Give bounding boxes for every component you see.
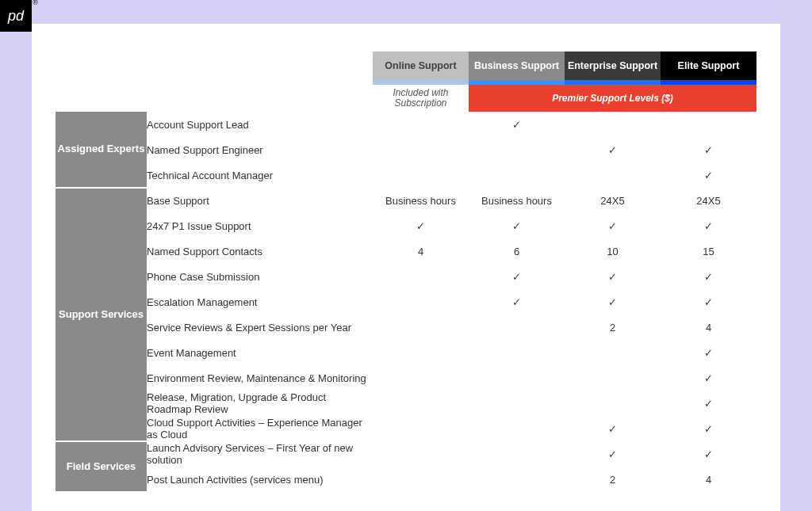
- feature-cell: Service Reviews & Expert Sessions per Ye…: [147, 315, 373, 340]
- value-cell: ✓: [661, 213, 756, 238]
- value-cell: [373, 162, 469, 188]
- value-cell: ✓: [469, 213, 565, 238]
- value-cell: 2: [565, 315, 661, 340]
- feature-cell: Release, Migration, Upgrade & Product Ro…: [147, 391, 373, 416]
- value-cell: [469, 315, 565, 340]
- value-cell: [373, 365, 469, 391]
- value-cell: ✓: [565, 213, 661, 238]
- tier-header-2: Enterprise Support: [565, 51, 661, 80]
- subheader-premier: Premier Support Levels ($): [469, 85, 756, 112]
- value-cell: Business hours: [373, 188, 469, 213]
- value-cell: [565, 162, 661, 188]
- value-cell: Business hours: [469, 188, 565, 213]
- value-cell: [373, 441, 469, 467]
- value-cell: [469, 441, 565, 467]
- value-cell: [469, 467, 565, 492]
- feature-cell: Account Support Lead: [147, 112, 373, 137]
- value-cell: ✓: [661, 365, 756, 391]
- feature-cell: Named Support Engineer: [147, 137, 373, 162]
- value-cell: [373, 315, 469, 340]
- value-cell: ✓: [565, 289, 661, 315]
- value-cell: [565, 340, 661, 365]
- brand-logo: pd: [0, 0, 32, 32]
- value-cell: ✓: [661, 264, 756, 289]
- value-cell: ✓: [661, 137, 756, 162]
- value-cell: [373, 112, 469, 137]
- feature-cell: Post Launch Activities (services menu): [147, 467, 373, 492]
- value-cell: [469, 416, 565, 441]
- value-cell: [469, 162, 565, 188]
- comparison-sheet: Online SupportBusiness SupportEnterprise…: [32, 24, 780, 511]
- value-cell: [469, 365, 565, 391]
- value-cell: [373, 467, 469, 492]
- value-cell: [373, 416, 469, 441]
- value-cell: ✓: [661, 441, 756, 467]
- value-cell: 4: [661, 467, 756, 492]
- feature-cell: 24x7 P1 Issue Support: [147, 213, 373, 238]
- value-cell: [373, 264, 469, 289]
- value-cell: ✓: [565, 441, 661, 467]
- feature-cell: Named Support Contacts: [147, 238, 373, 264]
- value-cell: [565, 391, 661, 416]
- value-cell: 24X5: [661, 188, 756, 213]
- value-cell: [373, 289, 469, 315]
- value-cell: [565, 112, 661, 137]
- value-cell: ✓: [565, 137, 661, 162]
- value-cell: [469, 137, 565, 162]
- tier-header-3: Elite Support: [661, 51, 756, 80]
- feature-cell: Phone Case Submission: [147, 264, 373, 289]
- value-cell: ✓: [661, 391, 756, 416]
- value-cell: ✓: [469, 289, 565, 315]
- tier-header-0: Online Support: [373, 51, 469, 80]
- value-cell: ✓: [661, 162, 756, 188]
- feature-cell: Environment Review, Maintenance & Monito…: [147, 365, 373, 391]
- value-cell: [469, 340, 565, 365]
- feature-cell: Event Management: [147, 340, 373, 365]
- feature-cell: Launch Advisory Services – First Year of…: [147, 441, 373, 467]
- value-cell: ✓: [565, 264, 661, 289]
- feature-cell: Escalation Management: [147, 289, 373, 315]
- value-cell: ✓: [661, 416, 756, 441]
- feature-cell: Cloud Support Activities – Experience Ma…: [147, 416, 373, 441]
- value-cell: 24X5: [565, 188, 661, 213]
- value-cell: ✓: [661, 340, 756, 365]
- value-cell: [661, 112, 756, 137]
- value-cell: [373, 391, 469, 416]
- value-cell: 10: [565, 238, 661, 264]
- tier-header-1: Business Support: [469, 51, 565, 80]
- feature-cell: Technical Account Manager: [147, 162, 373, 188]
- value-cell: 4: [661, 315, 756, 340]
- value-cell: ✓: [565, 416, 661, 441]
- value-cell: ✓: [373, 213, 469, 238]
- value-cell: ✓: [661, 289, 756, 315]
- category-cell: Assigned Experts: [56, 112, 147, 188]
- value-cell: 15: [661, 238, 756, 264]
- value-cell: ✓: [469, 264, 565, 289]
- value-cell: [469, 391, 565, 416]
- comparison-table: Online SupportBusiness SupportEnterprise…: [56, 51, 756, 493]
- value-cell: 2: [565, 467, 661, 492]
- value-cell: 4: [373, 238, 469, 264]
- value-cell: 6: [469, 238, 565, 264]
- subheader-included: Included with Subscription: [373, 85, 469, 112]
- category-cell: Field Services: [56, 441, 147, 492]
- feature-cell: Base Support: [147, 188, 373, 213]
- category-cell: Support Services: [56, 188, 147, 441]
- value-cell: ✓: [469, 112, 565, 137]
- value-cell: [373, 137, 469, 162]
- value-cell: [565, 365, 661, 391]
- value-cell: [373, 340, 469, 365]
